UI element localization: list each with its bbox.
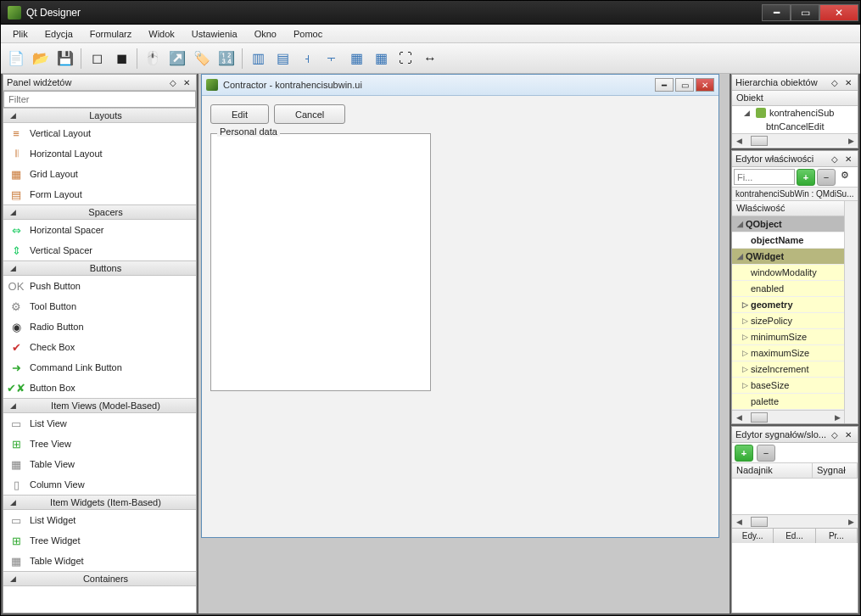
layout-horiz-icon[interactable]: ▥ — [246, 47, 270, 70]
signal-col-signal[interactable]: Sygnał — [813, 463, 858, 478]
save-file-icon[interactable]: 💾 — [53, 47, 77, 70]
widget-item[interactable]: ≡Vertical Layout — [3, 123, 196, 143]
close-panel-icon[interactable]: ✕ — [842, 153, 854, 165]
float-panel-icon[interactable]: ◇ — [829, 428, 841, 440]
property-hscroll[interactable]: ◀▶ — [732, 410, 844, 423]
widget-item[interactable]: ▭List Widget — [3, 510, 196, 530]
signal-col-sender[interactable]: Nadajnik — [732, 463, 813, 478]
widget-item[interactable]: ▦Table Widget — [3, 551, 196, 571]
bring-front-icon[interactable]: ◼ — [109, 47, 133, 70]
tab-pr[interactable]: Pr... — [816, 529, 858, 543]
widget-item[interactable]: ➜Command Link Button — [3, 357, 196, 378]
close-panel-icon[interactable]: ✕ — [181, 76, 193, 88]
float-panel-icon[interactable]: ◇ — [167, 76, 179, 88]
property-row[interactable]: ▷sizePolicy — [732, 313, 844, 329]
widget-category[interactable]: ◢Layouts — [3, 108, 196, 123]
layout-vert-icon[interactable]: ▤ — [271, 47, 294, 70]
widget-item[interactable]: ▭List View — [3, 413, 196, 434]
property-row[interactable]: ▷maximumSize — [732, 345, 844, 361]
widget-category[interactable]: ◢Item Widgets (Item-Based) — [3, 495, 196, 510]
minimize-button[interactable]: ━ — [762, 4, 791, 21]
property-row[interactable]: ▷baseSize — [732, 378, 844, 394]
property-row[interactable]: palette — [732, 394, 844, 410]
layout-form-icon[interactable]: ▦ — [369, 47, 393, 70]
widget-item[interactable]: ▯Column View — [3, 474, 196, 495]
form-maximize-icon[interactable]: ▭ — [675, 78, 694, 92]
property-row[interactable]: ▷sizeIncrement — [732, 361, 844, 378]
send-back-icon[interactable]: ◻ — [85, 47, 109, 70]
adjust-size-icon[interactable]: ↔ — [418, 47, 442, 70]
tab-edy[interactable]: Edy... — [732, 529, 774, 543]
property-row[interactable]: ▷minimumSize — [732, 329, 844, 345]
remove-signal-icon[interactable]: − — [757, 445, 775, 462]
widget-item[interactable]: OKPush Button — [3, 276, 196, 296]
widget-item[interactable]: ▤Form Layout — [3, 184, 196, 204]
widget-category[interactable]: ◢Containers — [3, 571, 196, 586]
property-row[interactable]: enabled — [732, 281, 844, 297]
widget-category[interactable]: ◢Spacers — [3, 204, 196, 220]
personal-data-groupbox[interactable]: Personal data — [210, 132, 431, 391]
edit-widgets-icon[interactable]: 🖱️ — [141, 47, 165, 70]
property-row[interactable]: windowModality — [732, 265, 844, 281]
property-row[interactable]: ◢QObject — [732, 216, 844, 232]
widget-item[interactable]: ◉Radio Button — [3, 316, 196, 337]
edit-taborder-icon[interactable]: 🔢 — [215, 47, 238, 70]
cancel-button[interactable]: Cancel — [274, 104, 345, 124]
float-panel-icon[interactable]: ◇ — [829, 153, 841, 165]
property-row[interactable]: objectName — [732, 232, 844, 249]
property-list[interactable]: ◢QObjectobjectName◢QWidgetwindowModality… — [732, 216, 844, 410]
widget-item[interactable]: ⊞Tree Widget — [3, 530, 196, 551]
widget-category[interactable]: ◢Buttons — [3, 260, 196, 276]
tree-row[interactable]: ◢kontrahenciSub — [732, 106, 858, 120]
menu-settings[interactable]: Ustawienia — [183, 26, 246, 42]
property-filter-input[interactable] — [734, 169, 795, 185]
widget-item[interactable]: ⇕Vertical Spacer — [3, 240, 196, 260]
property-vscroll[interactable] — [844, 201, 858, 423]
tree-hscroll[interactable]: ◀▶ — [732, 133, 858, 147]
signal-columns[interactable]: Nadajnik Sygnał — [732, 463, 858, 479]
layout-grid-icon[interactable]: ▦ — [344, 47, 368, 70]
form-subwindow[interactable]: Contractor - kontrahencisubwin.ui ━ ▭ ✕ … — [201, 74, 719, 538]
menu-edit[interactable]: Edycja — [36, 26, 81, 42]
edit-signals-icon[interactable]: ↗️ — [165, 47, 189, 70]
edit-button[interactable]: Edit — [210, 104, 269, 124]
config-icon[interactable]: ⚙ — [841, 170, 856, 185]
close-panel-icon[interactable]: ✕ — [842, 428, 854, 440]
tree-row[interactable]: btnCancelEdit — [732, 120, 858, 133]
widget-item[interactable]: ✔✘Button Box — [3, 378, 196, 398]
remove-property-icon[interactable]: − — [817, 169, 836, 186]
maximize-button[interactable]: ▭ — [791, 4, 819, 21]
break-layout-icon[interactable]: ⛶ — [394, 47, 417, 70]
new-file-icon[interactable]: 📄 — [4, 47, 28, 70]
tab-ed[interactable]: Ed... — [774, 529, 815, 543]
add-signal-icon[interactable]: + — [735, 445, 753, 462]
menu-form[interactable]: Formularz — [81, 26, 141, 42]
menu-view[interactable]: Widok — [140, 26, 183, 42]
widget-item[interactable]: ⚙Tool Button — [3, 296, 196, 316]
property-column-header[interactable]: Właściwość — [732, 201, 844, 216]
close-button[interactable]: ✕ — [819, 4, 858, 21]
widget-item[interactable]: ⇔Horizontal Spacer — [3, 220, 196, 240]
widget-item[interactable]: ⊞Tree View — [3, 434, 196, 454]
widget-item[interactable]: ✔Check Box — [3, 337, 196, 357]
widget-item[interactable]: ▦Table View — [3, 454, 196, 474]
menu-file[interactable]: Plik — [4, 26, 36, 42]
property-row[interactable]: ◢QWidget — [732, 249, 844, 265]
add-property-icon[interactable]: + — [797, 169, 815, 186]
widget-item[interactable]: ▦Grid Layout — [3, 164, 196, 184]
widget-filter-input[interactable] — [3, 91, 196, 108]
close-panel-icon[interactable]: ✕ — [842, 76, 854, 88]
layout-vsplit-icon[interactable]: ⫟ — [320, 47, 344, 70]
widget-category[interactable]: ◢Item Views (Model-Based) — [3, 398, 196, 413]
signal-hscroll[interactable]: ◀▶ — [732, 514, 858, 528]
object-tree[interactable]: Obiekt ◢kontrahenciSub btnCancelEdit ◀▶ — [732, 91, 858, 148]
layout-hsplit-icon[interactable]: ⫞ — [295, 47, 319, 70]
signal-body[interactable] — [732, 479, 858, 514]
form-close-icon[interactable]: ✕ — [696, 78, 714, 92]
form-titlebar[interactable]: Contractor - kontrahencisubwin.ui ━ ▭ ✕ — [202, 75, 718, 96]
edit-buddies-icon[interactable]: 🏷️ — [190, 47, 214, 70]
form-canvas[interactable]: Edit Cancel Personal data — [202, 96, 718, 537]
open-file-icon[interactable]: 📂 — [29, 47, 53, 70]
menu-help[interactable]: Pomoc — [285, 26, 331, 42]
widget-item[interactable]: ⦀Horizontal Layout — [3, 143, 196, 164]
